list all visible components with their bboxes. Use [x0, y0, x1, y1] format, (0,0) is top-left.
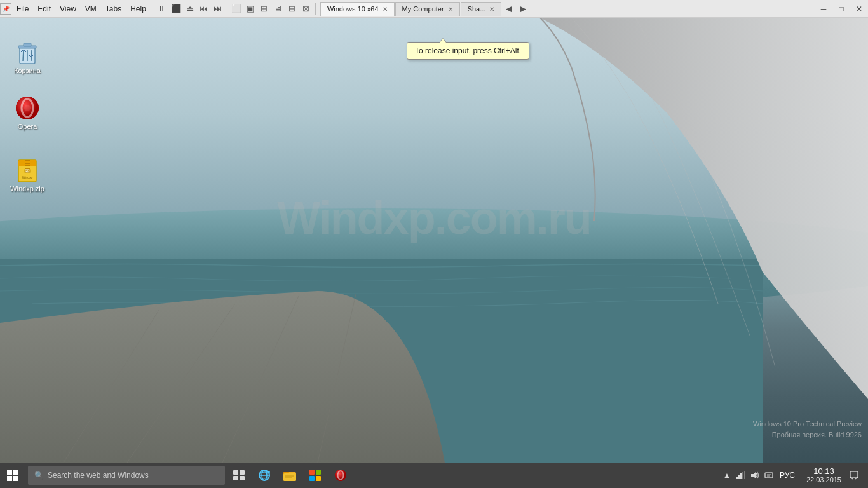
svg-rect-20 — [25, 163, 30, 164]
pause-btn[interactable]: ⏸ — [155, 2, 169, 16]
svg-rect-39 — [316, 470, 321, 475]
search-placeholder: Search the web and Windows — [48, 471, 149, 480]
desktop-icon-opera[interactable]: Opera — [5, 93, 50, 133]
opera-taskbar-icon — [334, 469, 347, 482]
menu-file[interactable]: File — [12, 3, 33, 15]
win-close[interactable]: ✕ — [850, 0, 868, 18]
recycle-bin-label: Корзина — [14, 67, 41, 75]
svg-rect-45 — [736, 477, 738, 479]
svg-line-3 — [64, 310, 159, 463]
svg-rect-46 — [738, 475, 740, 479]
tab-win10[interactable]: Windows 10 x64 ✕ — [320, 2, 395, 16]
svg-rect-40 — [309, 476, 315, 481]
svg-line-10 — [23, 50, 24, 61]
menu-view[interactable]: View — [55, 3, 81, 15]
task-view-button[interactable] — [227, 464, 250, 487]
tab-mycomputer[interactable]: My Computer ✕ — [395, 2, 460, 16]
tooltip: To release input, press Ctrl+Alt. — [407, 42, 529, 60]
svg-point-16 — [24, 105, 31, 111]
svg-rect-41 — [316, 476, 321, 481]
opera-label: Opera — [18, 123, 37, 131]
svg-rect-38 — [309, 470, 315, 475]
taskbar: 🔍 Search the web and Windows — [0, 463, 868, 488]
svg-rect-27 — [240, 470, 245, 475]
tab-sha[interactable]: Sha... ✕ — [461, 2, 502, 16]
search-icon: 🔍 — [34, 471, 44, 480]
win-restore[interactable]: □ — [832, 0, 850, 18]
menu-vm[interactable]: VM — [81, 3, 101, 15]
ie-button[interactable] — [253, 464, 276, 487]
toolbar-icon5[interactable]: ⏭ — [211, 2, 225, 16]
toolbar-icon3[interactable]: ⏏ — [183, 2, 197, 16]
svg-rect-2 — [0, 259, 763, 463]
svg-rect-47 — [740, 473, 742, 479]
toolbar-icon11[interactable]: ⊠ — [299, 2, 313, 16]
network-icon[interactable] — [734, 468, 748, 482]
toolbar-icon9[interactable]: 🖥 — [271, 2, 285, 16]
desktop-icon-recycle-bin[interactable]: Корзина — [5, 37, 50, 78]
menu-edit[interactable]: Edit — [33, 3, 55, 15]
volume-status-icon — [750, 471, 759, 479]
svg-rect-29 — [240, 476, 245, 480]
show-hidden-icons-button[interactable]: ▲ — [720, 468, 734, 482]
desktop: To release input, press Ctrl+Alt. Корзин… — [0, 18, 868, 463]
svg-rect-35 — [283, 473, 296, 481]
windows-logo-icon — [7, 470, 18, 481]
opera-browser-icon — [15, 95, 40, 121]
store-button[interactable] — [304, 464, 327, 487]
file-explorer-button[interactable] — [278, 464, 301, 487]
svg-line-12 — [31, 50, 32, 61]
svg-marker-50 — [751, 472, 756, 478]
tab-mycomputer-close[interactable]: ✕ — [448, 6, 453, 13]
language-button[interactable]: РУС — [776, 463, 799, 488]
zip-file-icon: ZIP Windxp — [15, 158, 40, 183]
svg-rect-51 — [765, 473, 773, 478]
start-button[interactable] — [0, 463, 25, 488]
search-box[interactable]: 🔍 Search the web and Windows — [28, 466, 225, 485]
menu-help[interactable]: Help — [126, 3, 151, 15]
version-line2: Пробная версия. Build 9926 — [753, 430, 862, 440]
clock-time: 10:13 — [813, 466, 834, 477]
clock-date: 22.03.2015 — [806, 476, 841, 484]
system-tray: ▲ — [720, 463, 868, 488]
pin-button[interactable]: 📌 — [0, 3, 11, 15]
svg-rect-19 — [25, 160, 30, 161]
svg-rect-28 — [233, 476, 238, 480]
ime-icon[interactable] — [762, 468, 776, 482]
svg-rect-48 — [742, 472, 743, 479]
volume-icon[interactable] — [748, 468, 762, 482]
svg-rect-26 — [233, 470, 238, 475]
toolbar-icon8[interactable]: ⊞ — [257, 2, 271, 16]
action-center-icon — [850, 471, 858, 480]
version-line1: Windows 10 Pro Technical Preview — [753, 419, 862, 430]
tab-scroll-left[interactable]: ◀ — [502, 2, 516, 16]
desktop-icon-windxp-zip[interactable]: ZIP Windxp Windxp.zip — [5, 155, 50, 196]
watermark-text: Windxp.com.ru — [277, 192, 590, 244]
file-explorer-icon — [283, 470, 296, 481]
windows-store-icon — [309, 470, 321, 481]
action-center-button[interactable] — [845, 463, 863, 488]
svg-line-4 — [127, 304, 235, 463]
toolbar-icon7[interactable]: ▣ — [243, 2, 257, 16]
recycle-bin-icon — [15, 39, 40, 65]
svg-rect-49 — [744, 471, 745, 479]
vm-titlebar: 📌 File Edit View VM Tabs Help ⏸ ⬛ ⏏ ⏮ ⏭ … — [0, 0, 868, 18]
menu-tabs[interactable]: Tabs — [101, 3, 126, 15]
svg-text:ZIP: ZIP — [25, 170, 30, 173]
vm-tabs: Windows 10 x64 ✕ My Computer ✕ Sha... ✕ … — [320, 2, 815, 16]
toolbar-icon10[interactable]: ⊟ — [285, 2, 299, 16]
opera-taskbar-button[interactable] — [329, 464, 352, 487]
tab-scroll-right[interactable]: ▶ — [516, 2, 530, 16]
tab-win10-close[interactable]: ✕ — [383, 6, 388, 13]
svg-line-5 — [222, 296, 299, 463]
tab-sha-close[interactable]: ✕ — [489, 6, 494, 13]
win-minimize[interactable]: ─ — [815, 0, 832, 18]
toolbar-icon2[interactable]: ⬛ — [169, 2, 183, 16]
toolbar-icon6[interactable]: ⬜ — [229, 2, 243, 16]
internet-explorer-icon — [258, 469, 271, 482]
clock-area[interactable]: 10:13 22.03.2015 — [803, 463, 845, 488]
network-status-icon — [736, 471, 745, 479]
svg-line-6 — [318, 294, 356, 463]
version-info: Windows 10 Pro Technical Preview Пробная… — [753, 419, 862, 440]
toolbar-icon4[interactable]: ⏮ — [197, 2, 211, 16]
